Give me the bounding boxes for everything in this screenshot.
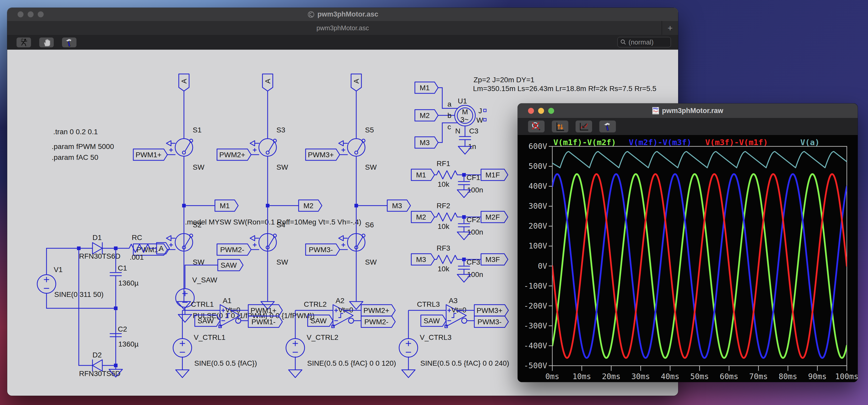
run-button[interactable] [17,37,31,47]
switch-name: S5 [365,126,374,134]
net-flag-mid: M2 [304,202,314,210]
trace-V(m3f)-V(m1f) [552,174,847,358]
filter-2[interactable]: M2 RF2 10k CF2 100n M2F [411,202,508,240]
filter-output-flag: M3F [486,256,500,263]
switch-model: SW [193,163,205,171]
directive-tran[interactable]: .tran 0 0.2 0.1 [53,128,98,136]
traffic-lights [528,104,554,118]
legend-trace-4[interactable]: V(a) [800,138,820,147]
filter-output-flag: M2F [486,213,500,221]
tab-schematic[interactable]: pwm3phMotor.asc [316,24,369,32]
filter-input-flag: M2 [416,213,426,221]
saw-generator[interactable]: SAW V_SAW PULSE(0 1 0 {1/fPWM} 0 0 {1/fP… [176,259,315,322]
comparator-3[interactable]: CTRL3 SAW A3 Vt=0 PWM3+ PWM3- V_CTRL3 SI… [399,297,509,378]
close-button[interactable] [18,11,24,17]
res-value: 10k [438,223,450,230]
half-bridge-1[interactable]: A S1 SW PWM1+ M1 S2 SW PWM1- [133,74,238,309]
half-bridge-2[interactable]: A S3 SW PWM2+ M2 S4 SW PWM2- [217,74,322,309]
filter-input-flag: M3 [416,256,426,263]
net-flag-saw: SAW [311,317,327,325]
pan-button[interactable] [39,37,54,47]
transistor-icon [307,10,315,18]
source-value: SINE(0.5 0.5 {fAC} 0 0 120) [307,359,396,367]
window-title: pwm3phMotor.asc [307,10,378,18]
source-value: SINE(0.5 0.5 {fAC} 0 0 240) [420,359,509,367]
motor-pin-n: N [455,127,460,135]
legend-trace-3[interactable]: V(m3f)-V(m1f) [705,138,768,147]
legend-trace-1[interactable]: V(m1f)-V(m2f) [553,138,616,147]
motor-block[interactable]: M1 M2 M3 M 3~ U1 a b c N J W C3 1n [415,82,486,154]
net-flag-pwm-plus: PWM2+ [219,151,245,159]
ground-symbol [176,370,189,378]
motor-params-line1[interactable]: Zp=2 J=20m DY=1 [473,76,534,84]
motor-designator: U1 [458,97,467,105]
plot-settings-button[interactable] [576,120,592,133]
plot-svg: 600V500V400V300V200V100V0V-100V-200V-300… [518,135,858,382]
motor-params-line2[interactable]: Lm=350.15m Ls=26.43m Lr=18.8m Rf=2k Rs=7… [473,85,656,93]
y-tick-label: 200V [529,221,547,230]
res-value: 10k [438,265,450,273]
comparator-name: A3 [449,297,458,305]
x-tick-label: 80ms [779,372,797,381]
search-field[interactable]: (normal) [617,37,671,47]
res-name: RF3 [437,244,450,252]
directive-switch-model[interactable]: .model MYSW SW(Ron=0.1 Roff=10Meg Vt=.5 … [185,218,362,226]
waveform-plot-area[interactable]: V(m1f)-V(m2f) V(m2f)-V(m3f) V(m3f)-V(m1f… [518,135,858,382]
edit-tools-button[interactable] [62,37,76,47]
legend-trace-2[interactable]: V(m2f)-V(m3f) [629,138,691,147]
search-placeholder: (normal) [628,38,654,46]
plot-frame [552,146,847,366]
source-name: V_CTRL3 [420,334,452,341]
res-name: RF2 [437,202,450,210]
x-tick-label: 50ms [690,372,709,381]
waveform-titlebar[interactable]: pwm3phMotor.raw [518,104,858,118]
source-name: V1 [54,266,63,273]
autorange-y-button[interactable] [552,120,568,133]
cap-name: CF1 [467,174,480,181]
minimize-button[interactable] [28,11,34,17]
close-button[interactable] [528,108,534,114]
res-name: RF1 [437,160,450,168]
motor-pin-a: a [447,100,452,108]
y-tick-label: 500V [529,162,547,171]
filter-3[interactable]: M3 RF3 10k CF3 100n M3F [411,244,508,282]
net-flag-mid: M1 [220,202,230,210]
diode-name: D1 [92,234,102,241]
waveform-toolbar [518,118,858,135]
out-flag-minus: PWM3- [477,318,501,326]
cap-name: C1 [118,264,127,272]
y-tick-label: 0V [538,261,547,270]
cap-value: 1360µ [118,279,138,287]
directive-param-fpwm[interactable]: .param fPWM 5000 [52,143,114,150]
directive-param-fac[interactable]: .param fAC 50 [52,153,98,162]
zoom-off-button[interactable] [528,120,545,133]
edit-tools-button[interactable] [599,120,616,133]
net-flag-A: A [352,79,361,84]
zoom-button[interactable] [548,108,554,114]
filter-1[interactable]: M1 RF1 10k CF1 100n M1F [411,160,508,198]
ltspice-waveform-window: pwm3phMotor.raw [518,104,858,382]
minimize-button[interactable] [538,108,544,114]
ctrl-net-label: CTRL1 [191,300,214,308]
ctrl-net-label: CTRL2 [304,300,327,308]
switch-name: S4 [276,221,285,229]
net-flag-pwm-minus: PWM1- [136,246,160,254]
half-bridge-3[interactable]: A S5 SW PWM3+ M3 S6 SW PWM3- [306,74,410,309]
switch-name: S1 [193,126,202,134]
x-tick-label: 90ms [808,372,827,381]
switch-name: S2 [193,221,202,229]
comparator-1[interactable]: CTRL1 SAW A1 Vt=0 PWM1+ PWM1- V_CTRL1 SI… [173,297,282,378]
schematic-titlebar[interactable]: pwm3phMotor.asc [7,8,678,21]
window-title-text: pwm3phMotor.raw [662,107,723,115]
zoom-button[interactable] [38,11,44,17]
switch-name: S3 [276,126,285,134]
source-name: V_CTRL2 [307,334,338,341]
y-tick-label: -400V [524,341,547,350]
comparator-2[interactable]: CTRL2 SAW A2 Vt=0 PWM2+ PWM2- V_CTRL2 SI… [286,297,396,378]
motor-pin-c: c [447,123,451,131]
y-tick-label: -500V [524,361,547,370]
source-value: SINE(0.5 0.5 {fAC}) [194,359,257,367]
new-tab-button[interactable]: + [661,21,678,35]
cap-name: C2 [118,325,127,333]
comparator-name: A2 [336,297,344,305]
